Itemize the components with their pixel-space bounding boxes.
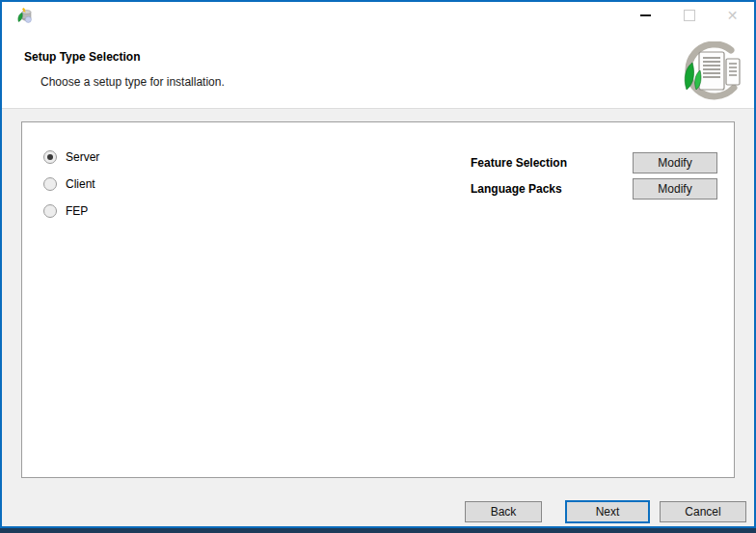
maximize-button[interactable] bbox=[667, 2, 711, 29]
setup-type-radio-group: Server Client FEP bbox=[43, 149, 99, 230]
wizard-body: Server Client FEP Feature Selection Modi… bbox=[2, 109, 754, 526]
app-installer-icon bbox=[17, 8, 33, 23]
cancel-button[interactable]: Cancel bbox=[660, 501, 746, 522]
setup-type-panel: Server Client FEP Feature Selection Modi… bbox=[21, 121, 735, 478]
page-title: Setup Type Selection bbox=[24, 50, 140, 64]
radio-label: Server bbox=[66, 150, 99, 164]
radio-label: FEP bbox=[66, 204, 88, 218]
close-button[interactable]: ✕ bbox=[711, 2, 754, 29]
installer-window: ✕ Setup Type Selection Choose a setup ty… bbox=[0, 0, 756, 533]
minimize-icon bbox=[640, 14, 651, 16]
title-bar: ✕ bbox=[2, 2, 754, 29]
radio-client[interactable]: Client bbox=[43, 176, 99, 192]
radio-fep[interactable]: FEP bbox=[43, 203, 99, 219]
radio-server[interactable]: Server bbox=[43, 149, 99, 165]
language-packs-modify-button[interactable]: Modify bbox=[633, 178, 717, 200]
language-packs-label: Language Packs bbox=[471, 178, 562, 200]
window-border-bottom-strip bbox=[0, 528, 756, 533]
minimize-button[interactable] bbox=[624, 2, 667, 29]
radio-label: Client bbox=[66, 177, 95, 191]
radio-circle-icon bbox=[43, 204, 57, 218]
back-button[interactable]: Back bbox=[465, 501, 542, 522]
radio-circle-icon bbox=[43, 150, 57, 164]
next-button[interactable]: Next bbox=[565, 500, 650, 523]
maximize-icon bbox=[684, 10, 695, 21]
close-icon: ✕ bbox=[727, 9, 739, 22]
page-subtitle: Choose a setup type for installation. bbox=[40, 75, 225, 89]
feature-selection-label: Feature Selection bbox=[471, 152, 567, 173]
feature-selection-modify-button[interactable]: Modify bbox=[633, 152, 717, 173]
product-logo-icon bbox=[673, 41, 746, 101]
radio-circle-icon bbox=[43, 177, 57, 191]
wizard-header: Setup Type Selection Choose a setup type… bbox=[2, 29, 754, 109]
